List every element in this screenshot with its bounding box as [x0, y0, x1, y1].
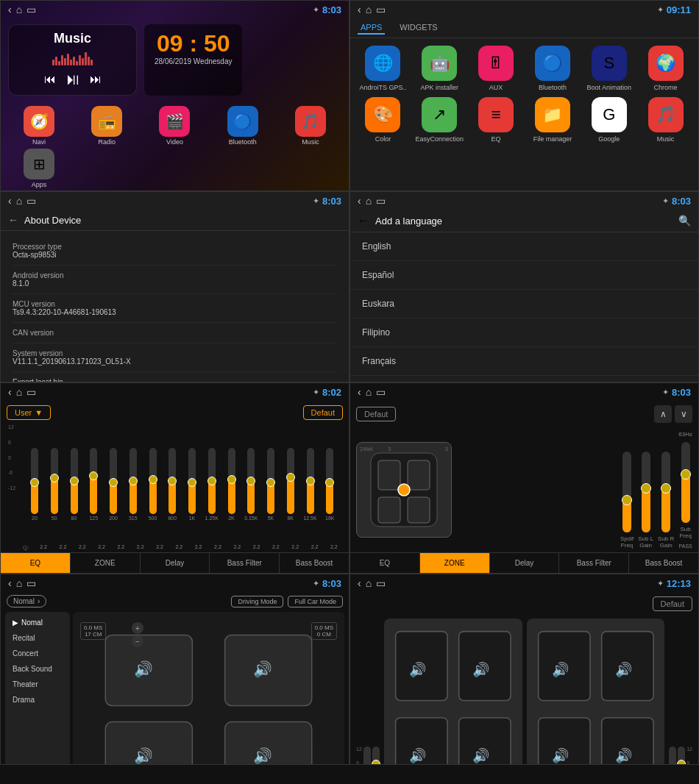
- lang-euskara[interactable]: Euskara: [350, 290, 698, 318]
- back-lang[interactable]: ‹: [358, 195, 361, 207]
- play-btn[interactable]: ⏯: [65, 70, 81, 89]
- back-delay[interactable]: ‹: [8, 577, 12, 589]
- eq-band-12[interactable]: 5K: [262, 448, 280, 521]
- back-about[interactable]: ‹: [8, 195, 12, 207]
- eq-nav-bassboost[interactable]: Bass Boost: [280, 553, 349, 573]
- eq-band-3[interactable]: 125: [85, 448, 102, 521]
- zone-default-btn[interactable]: Defaut: [356, 407, 396, 421]
- eq-band-1[interactable]: 50: [46, 448, 63, 521]
- zone-prev-btn[interactable]: ∧: [654, 405, 672, 423]
- tab-widgets[interactable]: WIDGETS: [397, 21, 440, 35]
- zone-nav-bassfilter[interactable]: Bass Filter: [559, 553, 629, 573]
- slider-track-0[interactable]: [31, 448, 38, 514]
- fl-minus[interactable]: −: [132, 635, 143, 647]
- window-icon[interactable]: ▭: [26, 4, 36, 15]
- delay-preset-btn[interactable]: Nomal ›: [7, 595, 46, 607]
- about-export[interactable]: Export locat.bin: [13, 372, 337, 382]
- eq-band-4[interactable]: 200: [104, 448, 122, 521]
- app-video[interactable]: 🎬 Video: [142, 106, 207, 146]
- app-radio[interactable]: 📻 Radio: [74, 106, 139, 146]
- prev-btn[interactable]: ⏮: [44, 73, 56, 86]
- bb-default-btn[interactable]: Defaut: [653, 596, 692, 611]
- app-navi[interactable]: 🧭 Navi: [7, 106, 71, 146]
- eq-band-13[interactable]: 8K: [282, 448, 299, 521]
- app-item-bt[interactable]: 🔵 Bluetooth: [528, 46, 578, 91]
- eq-nav-bassfilter[interactable]: Bass Filter: [210, 553, 280, 573]
- app-item-apk[interactable]: 🤖 APK installer: [414, 46, 465, 91]
- eq-band-8[interactable]: 1K: [183, 448, 201, 521]
- app-apps[interactable]: ⊞ Apps: [7, 149, 71, 188]
- eq-band-6[interactable]: 500: [144, 448, 162, 521]
- eq-default-btn[interactable]: Defaut: [303, 405, 343, 420]
- app-music[interactable]: 🎵 Music: [278, 106, 343, 146]
- eq-band-7[interactable]: 800: [163, 448, 181, 521]
- zone-nav-zone[interactable]: ZONE: [420, 553, 490, 573]
- lang-gaeilge[interactable]: Gaeilge: [350, 376, 698, 382]
- app-item-music2[interactable]: 🎵 Music: [640, 97, 691, 143]
- bb-slider-r2[interactable]: [678, 746, 685, 765]
- app-item-boot[interactable]: S Boot Animation: [583, 46, 634, 91]
- zone-nav-bassboost[interactable]: Bass Boost: [629, 553, 698, 573]
- about-back-arrow[interactable]: ←: [8, 214, 18, 226]
- app-item-google[interactable]: G Google: [583, 97, 634, 143]
- zone-subl-col[interactable]: Sub LGain: [638, 452, 653, 549]
- home-zone[interactable]: ⌂: [366, 386, 372, 398]
- lang-search-icon[interactable]: 🔍: [678, 215, 691, 227]
- home-eq[interactable]: ⌂: [16, 386, 22, 398]
- tab-apps[interactable]: APPS: [358, 21, 385, 35]
- driving-mode-btn[interactable]: Driving Mode: [231, 596, 283, 607]
- eq-band-15[interactable]: 16K: [321, 448, 338, 521]
- zone-spdif-col[interactable]: SpdifFreq: [620, 452, 634, 549]
- app-bluetooth[interactable]: 🔵 Bluetooth: [210, 106, 275, 146]
- bb-slider-r1[interactable]: [669, 746, 676, 765]
- back-icon[interactable]: ‹: [8, 4, 12, 15]
- window-about[interactable]: ▭: [26, 195, 36, 207]
- home-lang[interactable]: ⌂: [366, 195, 372, 207]
- eq-preset-btn[interactable]: User ▼: [7, 405, 51, 420]
- bb-slider-l2[interactable]: [372, 746, 380, 765]
- window-eq[interactable]: ▭: [26, 386, 36, 398]
- window-icon-apps[interactable]: ▭: [376, 4, 386, 15]
- eq-band-2[interactable]: 80: [65, 448, 83, 521]
- lang-espanol[interactable]: Español: [350, 261, 698, 290]
- app-item-filemgr[interactable]: 📁 File manager: [528, 97, 578, 143]
- window-bb[interactable]: ▭: [376, 577, 386, 589]
- eq-nav-zone[interactable]: ZONE: [71, 553, 141, 573]
- back-bb[interactable]: ‹: [358, 577, 361, 589]
- home-bb[interactable]: ⌂: [366, 577, 372, 589]
- app-item-color[interactable]: 🎨 Color: [358, 97, 408, 143]
- menu-drama[interactable]: Drama: [5, 692, 70, 708]
- window-delay[interactable]: ▭: [26, 577, 36, 589]
- home-about[interactable]: ⌂: [16, 195, 22, 207]
- home-icon-apps[interactable]: ⌂: [366, 4, 372, 15]
- eq-band-10[interactable]: 2K: [223, 448, 241, 521]
- eq-band-0[interactable]: 20: [26, 448, 43, 521]
- eq-nav-delay[interactable]: Delay: [141, 553, 210, 573]
- menu-backsound[interactable]: Back Sound: [5, 661, 70, 677]
- menu-recital[interactable]: Recital: [5, 630, 70, 646]
- fl-plus[interactable]: +: [132, 622, 143, 634]
- zone-subfreq-col[interactable]: 63Hz SubFreq PASS: [678, 431, 692, 549]
- app-item-chrome[interactable]: 🌍 Chrome: [640, 46, 691, 91]
- home-icon[interactable]: ⌂: [16, 4, 22, 15]
- back-icon-apps[interactable]: ‹: [358, 4, 361, 15]
- menu-concert[interactable]: Concert: [5, 646, 70, 661]
- lang-francais[interactable]: Français: [350, 347, 698, 376]
- zone-nav-delay[interactable]: Delay: [490, 553, 560, 573]
- menu-theater[interactable]: Theater: [5, 677, 70, 692]
- eq-band-14[interactable]: 12.5K: [302, 448, 319, 521]
- next-btn[interactable]: ⏭: [90, 73, 102, 86]
- back-eq[interactable]: ‹: [8, 386, 12, 398]
- menu-nomal[interactable]: ▶ Nomal: [5, 615, 70, 630]
- full-car-mode-btn[interactable]: Full Car Mode: [288, 596, 343, 607]
- app-item-easyconn[interactable]: ↗ EasyConnection: [414, 97, 465, 143]
- zone-nav-eq[interactable]: EQ: [350, 553, 420, 573]
- app-item-aux[interactable]: 🎚 AUX: [471, 46, 522, 91]
- lang-english[interactable]: English: [350, 232, 698, 261]
- zone-subr-col[interactable]: Sub RGain: [658, 452, 674, 549]
- bb-slider-l1[interactable]: [363, 746, 371, 765]
- eq-band-11[interactable]: 3.15K: [242, 448, 260, 521]
- home-delay[interactable]: ⌂: [16, 577, 22, 589]
- back-zone[interactable]: ‹: [358, 386, 361, 398]
- eq-band-9[interactable]: 1.25K: [203, 448, 221, 521]
